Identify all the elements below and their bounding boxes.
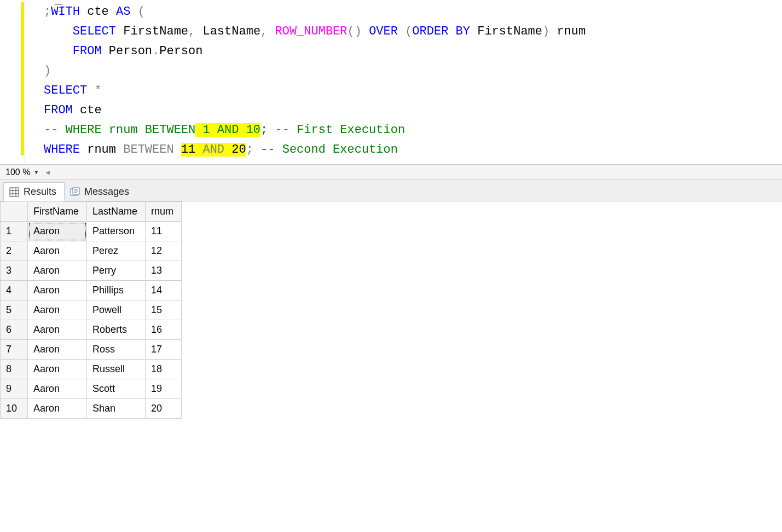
row-number[interactable]: 3 bbox=[1, 261, 28, 281]
tab-results[interactable]: Results bbox=[3, 182, 65, 201]
row-number[interactable]: 10 bbox=[1, 399, 28, 419]
tab-results-label: Results bbox=[24, 186, 56, 198]
cell[interactable]: 14 bbox=[146, 281, 182, 300]
cell[interactable]: Aaron bbox=[28, 360, 87, 379]
cell[interactable]: 18 bbox=[146, 360, 182, 379]
cell[interactable]: Scott bbox=[87, 379, 146, 399]
cell[interactable]: 16 bbox=[146, 320, 182, 340]
cell[interactable]: Aaron bbox=[28, 261, 87, 281]
cell[interactable]: Shan bbox=[87, 399, 146, 419]
cell[interactable]: Patterson bbox=[87, 222, 146, 241]
table-row[interactable]: 6AaronRoberts16 bbox=[1, 320, 182, 340]
cell[interactable]: 11 bbox=[146, 222, 182, 241]
row-number[interactable]: 6 bbox=[1, 320, 28, 340]
change-marker bbox=[21, 2, 24, 155]
row-number[interactable]: 5 bbox=[1, 300, 28, 320]
sql-editor[interactable]: − ;WITH cte AS ( SELECT FirstName, LastN… bbox=[0, 0, 782, 164]
cell[interactable]: Aaron bbox=[28, 300, 87, 320]
table-row[interactable]: 3AaronPerry13 bbox=[1, 261, 182, 281]
grid-icon bbox=[9, 187, 19, 197]
cell[interactable]: 19 bbox=[146, 379, 182, 399]
table-row[interactable]: 4AaronPhillips14 bbox=[1, 281, 182, 300]
cell[interactable]: Aaron bbox=[28, 340, 87, 360]
cell[interactable]: Powell bbox=[87, 300, 146, 320]
cell[interactable]: Aaron bbox=[28, 379, 87, 399]
table-row[interactable]: 1AaronPatterson11 bbox=[1, 222, 182, 241]
table-row[interactable]: 8AaronRussell18 bbox=[1, 360, 182, 379]
zoom-value: 100 % bbox=[5, 167, 30, 177]
cell[interactable]: Aaron bbox=[28, 241, 87, 261]
messages-icon bbox=[70, 187, 80, 197]
results-grid[interactable]: FirstNameLastNamernum 1AaronPatterson112… bbox=[0, 201, 182, 419]
column-header[interactable]: LastName bbox=[87, 202, 146, 222]
row-number[interactable]: 2 bbox=[1, 241, 28, 261]
zoom-dropdown[interactable]: 100 % ▼ bbox=[3, 167, 41, 177]
row-number[interactable]: 1 bbox=[1, 222, 28, 241]
cell[interactable]: Perry bbox=[87, 261, 146, 281]
cell[interactable]: Aaron bbox=[28, 399, 87, 419]
tab-messages-label: Messages bbox=[84, 186, 129, 198]
chevron-down-icon: ▼ bbox=[33, 169, 39, 175]
cell[interactable]: 12 bbox=[146, 241, 182, 261]
cell[interactable]: Aaron bbox=[28, 320, 87, 340]
table-row[interactable]: 7AaronRoss17 bbox=[1, 340, 182, 360]
scroll-left-icon[interactable]: ◄ bbox=[44, 169, 51, 176]
cell[interactable]: 17 bbox=[146, 340, 182, 360]
row-number[interactable]: 4 bbox=[1, 281, 28, 300]
table-row[interactable]: 2AaronPerez12 bbox=[1, 241, 182, 261]
editor-gutter bbox=[0, 0, 25, 164]
cell[interactable]: 15 bbox=[146, 300, 182, 320]
cell[interactable]: 13 bbox=[146, 261, 182, 281]
code-text[interactable]: ;WITH cte AS ( SELECT FirstName, LastNam… bbox=[25, 0, 586, 164]
cell[interactable]: Russell bbox=[87, 360, 146, 379]
cell[interactable]: Perez bbox=[87, 241, 146, 261]
editor-zoom-bar: 100 % ▼ ◄ bbox=[0, 164, 782, 180]
cell[interactable]: 20 bbox=[146, 399, 182, 419]
results-tabs: Results Messages bbox=[0, 180, 782, 201]
column-header[interactable]: FirstName bbox=[28, 202, 87, 222]
row-number[interactable]: 8 bbox=[1, 360, 28, 379]
results-grid-container: FirstNameLastNamernum 1AaronPatterson112… bbox=[0, 201, 782, 419]
row-number[interactable]: 9 bbox=[1, 379, 28, 399]
cell[interactable]: Aaron bbox=[28, 281, 87, 300]
cell[interactable]: Phillips bbox=[87, 281, 146, 300]
table-row[interactable]: 5AaronPowell15 bbox=[1, 300, 182, 320]
column-header[interactable]: rnum bbox=[146, 202, 182, 222]
cell[interactable]: Roberts bbox=[87, 320, 146, 340]
grid-corner bbox=[1, 202, 28, 222]
cell[interactable]: Aaron bbox=[28, 222, 87, 241]
results-pane: Results Messages FirstNameLastNamernum bbox=[0, 180, 782, 419]
table-row[interactable]: 9AaronScott19 bbox=[1, 379, 182, 399]
tab-messages[interactable]: Messages bbox=[65, 183, 137, 201]
row-number[interactable]: 7 bbox=[1, 340, 28, 360]
svg-rect-0 bbox=[10, 188, 19, 196]
cell[interactable]: Ross bbox=[87, 340, 146, 360]
table-row[interactable]: 10AaronShan20 bbox=[1, 399, 182, 419]
